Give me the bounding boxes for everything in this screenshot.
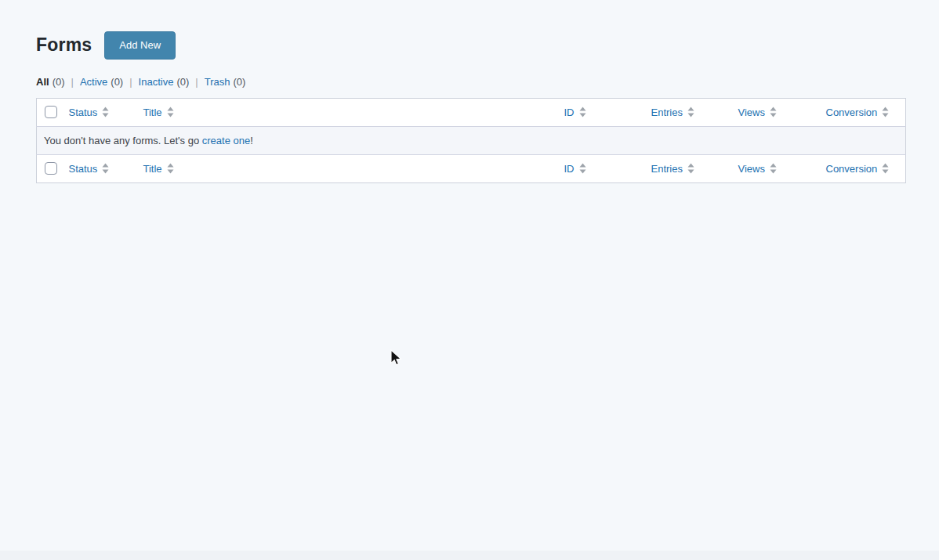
empty-state-row: You don't have any forms. Let's go creat…	[37, 126, 906, 154]
sort-icon	[167, 163, 174, 174]
column-label: Status	[69, 163, 98, 175]
sort-icon	[102, 107, 109, 117]
column-label: Conversion	[826, 163, 878, 175]
filter-label: All	[36, 76, 49, 88]
column-header-entries[interactable]: Entries	[651, 107, 694, 118]
page-header: Forms Add New	[36, 31, 905, 60]
column-footer-id[interactable]: ID	[564, 163, 586, 175]
filter-all-link[interactable]: All(0)	[36, 76, 65, 88]
sort-icon	[770, 163, 777, 174]
sort-icon	[687, 107, 694, 117]
add-new-button[interactable]: Add New	[104, 31, 176, 60]
sort-icon	[882, 163, 889, 174]
column-header-title[interactable]: Title	[143, 107, 174, 118]
column-label: Title	[143, 107, 162, 118]
mouse-cursor	[390, 349, 402, 370]
filter-count: (0)	[233, 76, 245, 88]
filter-separator: |	[129, 76, 132, 88]
sort-icon	[770, 107, 777, 117]
filter-separator: |	[71, 76, 74, 88]
column-footer-conversion[interactable]: Conversion	[826, 163, 890, 175]
create-one-link[interactable]: create one	[202, 135, 250, 146]
filter-inactive-link[interactable]: Inactive(0)	[139, 76, 190, 88]
sort-icon	[579, 107, 586, 117]
column-label: Title	[143, 163, 162, 175]
filter-label: Active	[80, 76, 107, 88]
forms-page: Forms Add New All(0) | Active(0) | Inact…	[0, 0, 939, 183]
column-label: Views	[738, 163, 765, 175]
bottom-band	[0, 551, 939, 560]
filter-label: Inactive	[139, 76, 174, 88]
column-label: Status	[69, 107, 98, 118]
column-label: Entries	[651, 163, 683, 175]
column-label: Conversion	[826, 107, 878, 118]
column-footer-views[interactable]: Views	[738, 163, 777, 175]
table-footer-row: Status Title ID Entries Views Conversion	[37, 154, 906, 182]
sort-icon	[882, 107, 889, 117]
select-all-checkbox[interactable]	[45, 106, 57, 118]
filter-count: (0)	[111, 76, 123, 88]
column-label: ID	[564, 107, 575, 118]
empty-state-text: You don't have any forms. Let's go	[44, 135, 202, 146]
column-header-conversion[interactable]: Conversion	[826, 107, 890, 118]
empty-state-text-suffix: !	[250, 135, 253, 146]
forms-table: Status Title ID Entries Views Conversion…	[36, 98, 906, 183]
table-body: You don't have any forms. Let's go creat…	[37, 126, 906, 154]
table-header: Status Title ID Entries Views Conversion	[37, 98, 906, 126]
column-footer-entries[interactable]: Entries	[651, 163, 694, 175]
column-label: Views	[738, 107, 765, 118]
filter-count: (0)	[176, 76, 189, 88]
select-all-checkbox-footer[interactable]	[45, 162, 57, 175]
sort-icon	[687, 163, 694, 174]
filter-bar: All(0) | Active(0) | Inactive(0) | Trash…	[36, 76, 905, 88]
table-footer: Status Title ID Entries Views Conversion	[37, 154, 906, 182]
column-footer-status[interactable]: Status	[69, 163, 110, 175]
sort-icon	[167, 107, 174, 117]
column-label: ID	[564, 163, 575, 175]
filter-label: Trash	[205, 76, 230, 88]
filter-count: (0)	[53, 76, 65, 88]
column-header-id[interactable]: ID	[564, 107, 586, 118]
filter-trash-link[interactable]: Trash(0)	[205, 76, 246, 88]
column-header-status[interactable]: Status	[69, 107, 110, 118]
filter-separator: |	[195, 76, 198, 88]
page-title: Forms	[36, 34, 92, 57]
column-label: Entries	[651, 107, 683, 118]
sort-icon	[579, 163, 586, 174]
column-footer-title[interactable]: Title	[143, 163, 174, 175]
filter-active-link[interactable]: Active(0)	[80, 76, 123, 88]
table-header-row: Status Title ID Entries Views Conversion	[37, 98, 906, 126]
column-header-views[interactable]: Views	[738, 107, 777, 118]
sort-icon	[102, 163, 109, 174]
